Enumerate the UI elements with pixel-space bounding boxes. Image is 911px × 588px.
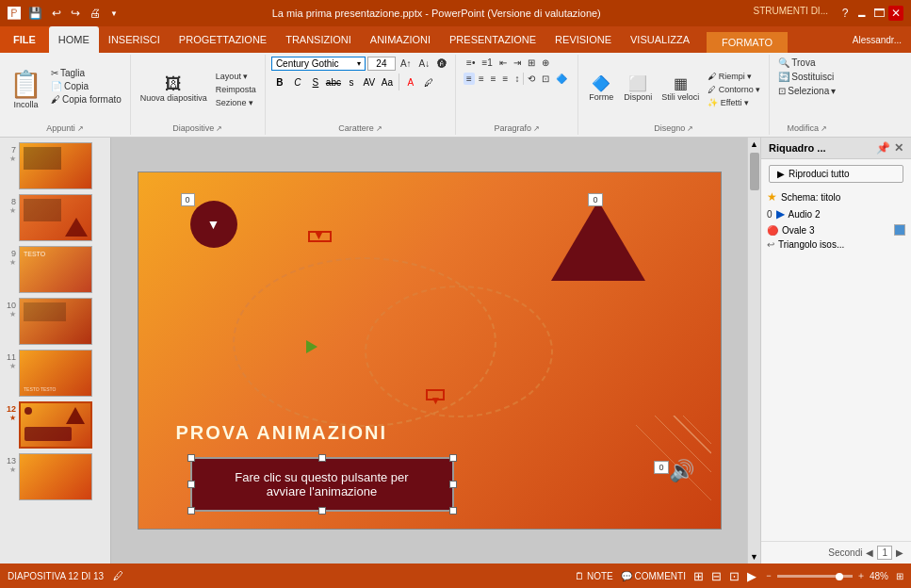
slide-title-text[interactable]: PROVA ANIMAZIONI — [176, 422, 388, 444]
notes-button[interactable]: 🗒 NOTE — [575, 571, 613, 581]
font-size-selector[interactable]: 24 — [367, 57, 396, 71]
slide-item-7[interactable]: 7 ★ — [2, 141, 108, 190]
slide-button[interactable]: Fare clic su questo pulsante per avviare… — [190, 457, 454, 512]
italic-button[interactable]: C — [289, 74, 306, 90]
justify-button[interactable]: ≡ — [500, 73, 512, 85]
minimize-button[interactable]: 🗕 — [854, 6, 870, 21]
tab-presentazione[interactable]: PRESENTAZIONE — [440, 26, 545, 53]
handle-rc[interactable] — [449, 481, 457, 488]
speaker-icon[interactable]: 🔊 — [669, 459, 694, 483]
align-center-button[interactable]: ≡ — [476, 73, 487, 85]
play-all-button[interactable]: ▶ Riproduci tutto — [769, 165, 903, 183]
disponi-button[interactable]: ⬜ Disponi — [620, 74, 656, 104]
strikethrough-button[interactable]: abc — [325, 74, 342, 90]
fit-window-btn[interactable]: ⊞ — [896, 571, 903, 581]
disegno-expand-icon[interactable]: ↗ — [687, 124, 693, 133]
slide-thumb-10[interactable] — [19, 298, 92, 345]
slide-item-11[interactable]: 11 ★ TESTO TESTO — [2, 349, 108, 398]
tab-inserisci[interactable]: INSERISCI — [99, 26, 170, 53]
section-button[interactable]: Sezione ▾ — [213, 97, 259, 108]
layout-button[interactable]: Layout ▾ — [213, 71, 259, 82]
trova-button[interactable]: 🔍 Trova — [775, 57, 818, 69]
numbering-button[interactable]: ≡1 — [479, 57, 495, 69]
slide-thumb-7[interactable] — [19, 142, 92, 189]
user-account[interactable]: Alessandr... — [843, 26, 911, 53]
handle-tr[interactable] — [449, 454, 457, 462]
text-direction-button[interactable]: ⟲ — [525, 73, 538, 85]
anim-pane-close-icon[interactable]: ✕ — [894, 141, 903, 155]
slide-item-10[interactable]: 10 ★ — [2, 297, 108, 346]
slide-item-12[interactable]: 12 ★ — [2, 400, 108, 449]
tab-progettazione[interactable]: PROGETTAZIONE — [170, 26, 276, 53]
align-right-button[interactable]: ≡ — [488, 73, 499, 85]
handle-tc[interactable] — [318, 454, 326, 462]
increase-indent-button[interactable]: ⇥ — [511, 57, 524, 69]
tab-transizioni[interactable]: TRANSIZIONI — [276, 26, 361, 53]
sostituisci-button[interactable]: 🔄 Sostituisci — [775, 71, 837, 83]
slide-thumb-12[interactable] — [19, 401, 92, 449]
bold-button[interactable]: B — [271, 74, 288, 90]
tab-file[interactable]: FILE — [0, 26, 49, 53]
case-button[interactable]: Aa — [379, 74, 396, 90]
handle-br[interactable] — [449, 507, 457, 514]
seleziona-button[interactable]: ⊡ Seleziona ▾ — [775, 85, 838, 97]
spacing-button[interactable]: AV — [361, 74, 378, 90]
highlight-button[interactable]: 🖊 — [420, 74, 437, 90]
handle-lc[interactable] — [187, 481, 195, 488]
smartart-button[interactable]: ⊕ — [539, 57, 552, 69]
font-name-selector[interactable]: Century Gothic ▾ — [271, 57, 366, 71]
tab-visualizza[interactable]: VISUALIZZA — [621, 26, 699, 53]
format-painter-button[interactable]: 🖌 Copia formato — [48, 93, 124, 106]
anim-triangolo[interactable]: ↩ Triangolo isos... — [761, 237, 911, 252]
slide-canvas[interactable]: ▼ 0 ▼ 0 ▼ PROVA ANIMAZIONI Fare clic su … — [138, 172, 722, 530]
maximize-button[interactable]: 🗖 — [871, 6, 887, 21]
slide-thumb-13[interactable] — [19, 453, 92, 500]
stili-veloci-button[interactable]: ▦ Stili veloci — [658, 74, 703, 104]
vertical-scrollbar[interactable]: ▲ ▼ — [747, 138, 760, 564]
handle-bl[interactable] — [187, 507, 195, 514]
slide-triangle[interactable] — [551, 201, 645, 281]
prev-page-btn[interactable]: ◀ — [866, 547, 873, 558]
zoom-in-btn[interactable]: ＋ — [856, 569, 866, 582]
handle-bc[interactable] — [318, 507, 326, 514]
tab-home[interactable]: HOME — [49, 26, 99, 53]
scroll-up-button[interactable]: ▲ — [748, 138, 760, 151]
new-slide-button[interactable]: 🖼 Nuova diapositiva — [137, 74, 211, 105]
bullets-button[interactable]: ≡• — [464, 57, 478, 69]
cut-button[interactable]: ✂ Taglia — [48, 67, 124, 79]
smartart2-button[interactable]: 🔷 — [553, 73, 570, 85]
increase-font-btn[interactable]: A↑ — [398, 57, 415, 70]
underline-button[interactable]: S — [307, 74, 324, 90]
carattere-expand-icon[interactable]: ↗ — [376, 124, 382, 133]
close-button[interactable]: ✕ — [888, 6, 903, 21]
anim-pane-pin-icon[interactable]: 📌 — [876, 141, 890, 155]
tab-animazioni[interactable]: ANIMAZIONI — [361, 26, 440, 53]
scroll-thumb[interactable] — [750, 153, 759, 190]
view-slide-icon[interactable]: ⊟ — [711, 569, 722, 583]
forme-button[interactable]: 🔷 Forme — [584, 74, 618, 104]
quick-access-redo[interactable]: ↪ — [69, 5, 82, 22]
font-color-button[interactable]: A — [402, 74, 419, 90]
shadow-button[interactable]: s — [343, 74, 360, 90]
zoom-level[interactable]: 48% — [870, 571, 888, 581]
slide-thumb-11[interactable]: TESTO TESTO — [19, 350, 92, 397]
decrease-indent-button[interactable]: ⇤ — [496, 57, 510, 69]
slide-item-13[interactable]: 13 ★ — [2, 452, 108, 501]
outline-button[interactable]: 🖊 Contorno ▾ — [705, 84, 763, 95]
decrease-font-btn[interactable]: A↓ — [416, 57, 433, 70]
comments-button[interactable]: 💬 COMMENTI — [621, 571, 686, 581]
modifica-expand-icon[interactable]: ↗ — [821, 124, 827, 133]
zoom-thumb[interactable] — [836, 573, 843, 580]
line-spacing-button[interactable]: ↕ — [512, 73, 522, 85]
view-reading-icon[interactable]: ⊡ — [729, 569, 740, 583]
zoom-out-btn[interactable]: － — [764, 569, 773, 582]
slide-thumb-8[interactable] — [19, 194, 92, 241]
quick-access-save[interactable]: 💾 — [26, 5, 44, 22]
anim-audio2[interactable]: 0 ▶ Audio 2 — [761, 205, 911, 222]
quick-access-undo[interactable]: ↩ — [50, 5, 63, 22]
align-left-button[interactable]: ≡ — [464, 73, 475, 85]
clear-format-btn[interactable]: 🅐 — [434, 57, 449, 70]
view-slideshow-icon[interactable]: ▶ — [747, 569, 756, 583]
fill-button[interactable]: 🖌 Riempi ▾ — [705, 71, 763, 82]
anim-schema-titolo[interactable]: ★ Schema: titolo — [761, 188, 911, 205]
